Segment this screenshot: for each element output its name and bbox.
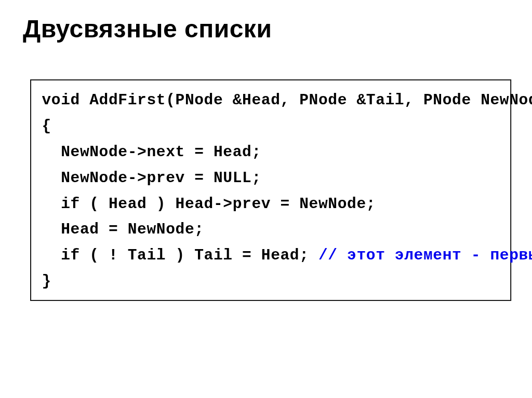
code-text: if ( ! Tail ) Tail = Head; [61,247,318,264]
code-line: if ( Head ) Head->prev = NewNode; [31,191,510,217]
code-line: } [31,269,510,295]
code-line: { [31,114,510,140]
code-line: void AddFirst(PNode &Head, PNode &Tail, … [31,88,510,114]
code-line: NewNode->prev = NULL; [31,166,510,191]
code-block: void AddFirst(PNode &Head, PNode &Tail, … [30,79,511,301]
slide-title: Двусвязные списки [23,15,509,43]
code-comment: // этот элемент - первый [318,247,532,264]
code-line: NewNode->next = Head; [31,140,510,166]
code-line: Head = NewNode; [31,217,510,243]
slide-container: Двусвязные списки void AddFirst(PNode &H… [0,0,532,398]
code-line: if ( ! Tail ) Tail = Head; // этот элеме… [31,243,510,269]
